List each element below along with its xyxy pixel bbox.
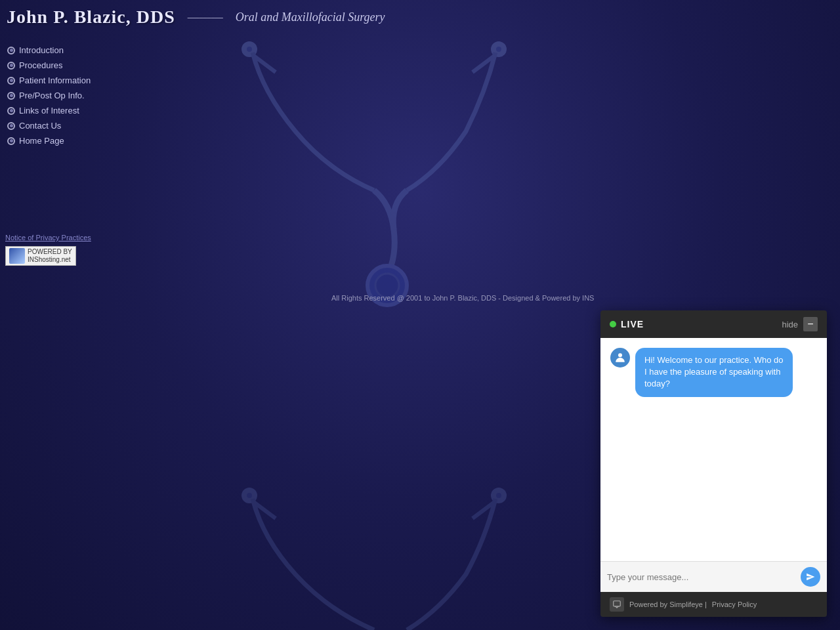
- nav-bullet-patient-information: [7, 77, 15, 85]
- chat-powered-by: Powered by Simplifeye |: [629, 600, 707, 608]
- nav-bullet-pre-post-op: [7, 92, 15, 100]
- powered-by-badge[interactable]: POWERED BY INShosting.net: [5, 246, 76, 266]
- site-subtitle: Oral and Maxillofacial Surgery: [236, 10, 385, 24]
- powered-by-text: POWERED BY INShosting.net: [28, 248, 72, 264]
- chat-input-area: [600, 561, 827, 592]
- powered-by-icon: [9, 248, 25, 264]
- nav-bullet-introduction: [7, 47, 15, 54]
- sidebar-item-introduction[interactable]: Introduction: [3, 43, 108, 58]
- chat-header-actions: hide −: [782, 317, 818, 331]
- chat-message-input[interactable]: [607, 572, 795, 582]
- svg-rect-11: [614, 601, 621, 606]
- sidebar-item-links-of-interest[interactable]: Links of Interest: [3, 103, 108, 118]
- nav-label-home-page: Home Page: [19, 136, 64, 146]
- chat-send-button[interactable]: [801, 567, 820, 587]
- chat-footer-logo-icon: [610, 597, 624, 612]
- chat-footer: Powered by Simplifeye | Privacy Policy: [600, 592, 827, 617]
- sidebar-item-patient-information[interactable]: Patient Information: [3, 73, 108, 88]
- chat-welcome-bubble: Hi! Welcome to our practice. Who do I ha…: [635, 348, 793, 397]
- chat-privacy-policy-link[interactable]: Privacy Policy: [712, 600, 757, 608]
- nav-label-pre-post-op: Pre/Post Op Info.: [19, 91, 85, 100]
- chat-widget: LIVE hide − Hi! Welcome to our practice.…: [600, 310, 827, 617]
- live-dot: [610, 321, 616, 327]
- chat-message-row: Hi! Welcome to our practice. Who do I ha…: [610, 348, 817, 397]
- live-label: LIVE: [621, 319, 644, 329]
- footer-text: All Rights Reserved @ 2001 to John P. Bl…: [331, 294, 594, 302]
- sidebar-item-home-page[interactable]: Home Page: [3, 133, 108, 148]
- footer-copyright: All Rights Reserved @ 2001 to John P. Bl…: [331, 294, 594, 302]
- nav-label-contact-us: Contact Us: [19, 121, 61, 131]
- chat-avatar: [610, 348, 630, 368]
- chat-minimize-button[interactable]: −: [803, 317, 818, 331]
- sidebar-item-pre-post-op[interactable]: Pre/Post Op Info.: [3, 88, 108, 103]
- chat-hide-button[interactable]: hide: [782, 320, 798, 329]
- nav-label-procedures: Procedures: [19, 60, 62, 70]
- chat-live-indicator: LIVE: [610, 319, 644, 329]
- powered-by-site: INShosting.net: [28, 256, 72, 264]
- nav-bullet-procedures: [7, 62, 15, 70]
- nav-bullet-contact-us: [7, 122, 15, 130]
- site-title: John P. Blazic, DDS: [7, 7, 175, 28]
- nav-label-patient-information: Patient Information: [19, 75, 91, 85]
- svg-point-10: [618, 353, 622, 357]
- privacy-notice-link[interactable]: Notice of Privacy Practices: [5, 234, 91, 242]
- sidebar-item-procedures[interactable]: Procedures: [3, 58, 108, 73]
- nav-label-links-of-interest: Links of Interest: [19, 106, 79, 116]
- chat-header: LIVE hide −: [600, 310, 827, 338]
- header-divider: ———: [182, 10, 229, 24]
- sidebar-nav: Introduction Procedures Patient Informat…: [3, 43, 108, 148]
- privacy-notice-container: Notice of Privacy Practices: [5, 231, 91, 243]
- powered-by-label: POWERED BY: [28, 248, 72, 256]
- header: John P. Blazic, DDS ——— Oral and Maxillo…: [7, 7, 385, 28]
- sidebar-item-contact-us[interactable]: Contact Us: [3, 118, 108, 133]
- nav-bullet-links-of-interest: [7, 107, 15, 115]
- chat-body: Hi! Welcome to our practice. Who do I ha…: [600, 338, 827, 561]
- nav-bullet-home-page: [7, 137, 15, 145]
- nav-label-introduction: Introduction: [19, 45, 64, 55]
